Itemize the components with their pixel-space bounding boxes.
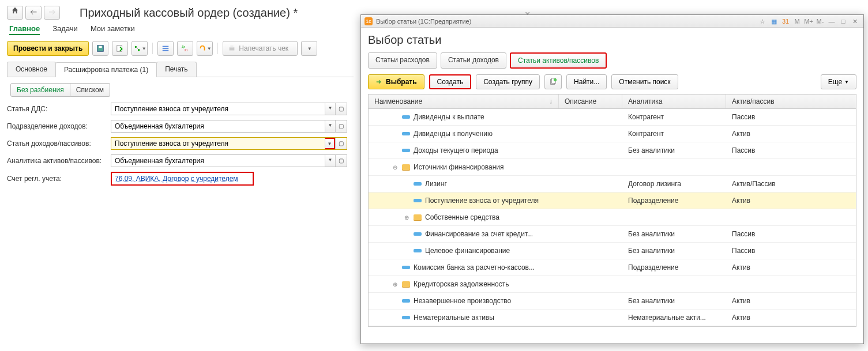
print-check-button[interactable]: Напечатать чек [223, 41, 298, 56]
analytics-drop-button[interactable]: ▼ [325, 155, 335, 167]
tab-detail[interactable]: Расшифровка платежа (1) [55, 62, 157, 77]
income-open-button[interactable]: ▢ [335, 138, 347, 149]
item-icon [414, 182, 422, 186]
item-icon [402, 149, 410, 152]
table-row[interactable]: Доходы текущего периодаБез аналитикиПасс… [369, 142, 856, 159]
post-and-close-button[interactable]: Провести и закрыть [7, 41, 89, 56]
dds-open-button[interactable]: ▢ [335, 103, 347, 115]
view-no-split[interactable]: Без разбиения [10, 83, 70, 97]
based-on-button[interactable]: ▼ [131, 41, 148, 56]
structure-button[interactable] [157, 41, 174, 56]
mode-tab-tasks[interactable]: Задачи [52, 24, 78, 35]
select-button[interactable]: Выбрать [368, 74, 424, 89]
table-row[interactable]: Незавершенное производствоБез аналитикиА… [369, 293, 856, 310]
debit-credit-button[interactable]: ДтКт [177, 41, 193, 56]
mode-tab-notes[interactable]: Мои заметки [91, 24, 135, 35]
row-name: Целевое финансирование [425, 247, 510, 255]
view-list[interactable]: Списком [70, 83, 110, 97]
mode-tab-main[interactable]: Главное [9, 24, 40, 35]
item-icon [414, 249, 422, 252]
save-button[interactable] [92, 41, 108, 56]
tab-expenses[interactable]: Статьи расходов [368, 52, 437, 69]
col-name[interactable]: Наименование↓ [369, 95, 559, 108]
svg-rect-6 [163, 48, 169, 49]
item-icon [402, 299, 410, 303]
post-button[interactable] [112, 41, 128, 56]
label-dept: Подразделение доходов: [7, 122, 111, 130]
printer-icon [228, 44, 236, 52]
articles-table: Наименование↓ Описание Аналитика Актив/п… [368, 94, 856, 327]
table-row[interactable]: Нематериальные активыНематериальные акти… [369, 310, 856, 326]
account-highlight: 76.09, АВИКА, Договор с учредителем [111, 172, 254, 186]
table-row[interactable]: ⊖Источники финансирования [369, 159, 856, 176]
tab-assets[interactable]: Статьи активов/пассивов [510, 52, 607, 69]
more-menu-button[interactable]: ▼ [301, 41, 317, 56]
dds-drop-button[interactable]: ▼ [325, 103, 335, 115]
m-plus-button[interactable]: M+ [803, 17, 814, 26]
analytics-open-button[interactable]: ▢ [335, 155, 347, 167]
copy-button[interactable] [544, 74, 562, 89]
tab-print[interactable]: Печать [156, 62, 196, 77]
m-minus-button[interactable]: M- [815, 17, 825, 26]
col-analytics[interactable]: Аналитика [622, 95, 726, 108]
table-row[interactable]: Финансирование за счет кредит...Без анал… [369, 226, 856, 243]
table-row[interactable]: Дивиденды к получениюКонтрагентАктив [369, 126, 856, 142]
input-dept[interactable]: ▼ ▢ [111, 120, 347, 133]
input-income[interactable]: ▼ ▢ [111, 137, 347, 150]
item-icon [402, 132, 410, 135]
svg-point-14 [554, 78, 557, 81]
select-article-dialog: 1c Выбор статьи (1С:Предприятие) ☆ ▦ 31 … [360, 14, 864, 344]
find-button[interactable]: Найти... [566, 74, 607, 89]
col-desc[interactable]: Описание [559, 95, 622, 108]
input-dds[interactable]: ▼ ▢ [111, 103, 347, 115]
table-row[interactable]: ⊕Кредиторская задолженность [369, 276, 856, 293]
m-button[interactable]: M [792, 17, 802, 26]
maximize-button[interactable]: □ [838, 17, 848, 26]
table-row[interactable]: Дивиденды к выплатеКонтрагентПассив [369, 109, 856, 126]
dept-drop-button[interactable]: ▼ [325, 120, 335, 132]
forward-button[interactable]: 🡢 [44, 6, 60, 20]
dept-open-button[interactable]: ▢ [335, 120, 347, 132]
tab-main[interactable]: Основное [7, 62, 56, 77]
dialog-titlebar[interactable]: 1c Выбор статьи (1С:Предприятие) ☆ ▦ 31 … [361, 15, 863, 28]
calculator-icon[interactable]: ▦ [769, 17, 779, 26]
input-dds-field[interactable] [111, 103, 325, 115]
account-link[interactable]: 76.09, АВИКА, Договор с учредителем [112, 173, 241, 184]
row-analytics: Контрагент [622, 113, 726, 121]
tab-income-articles[interactable]: Статьи доходов [441, 52, 506, 69]
item-icon [414, 199, 422, 202]
label-dds: Статья ДДС: [7, 105, 111, 113]
more-button[interactable]: Еще ▼ [821, 74, 856, 89]
item-icon [402, 316, 410, 319]
row-analytics: Контрагент [622, 130, 726, 138]
expand-icon[interactable]: ⊕ [392, 281, 399, 288]
table-row[interactable]: ⊕Собственные средства [369, 209, 856, 226]
col-type[interactable]: Актив/пассив [726, 95, 856, 108]
input-analytics[interactable]: ▼ ▢ [111, 154, 347, 167]
item-icon [414, 232, 422, 236]
row-type: Актив/Пассив [726, 180, 856, 188]
cancel-search-button[interactable]: Отменить поиск [611, 74, 678, 89]
input-analytics-field[interactable] [111, 155, 325, 167]
favorite-icon[interactable]: ☆ [757, 17, 768, 26]
income-drop-button[interactable]: ▼ [325, 138, 335, 149]
expand-icon[interactable]: ⊖ [392, 164, 399, 171]
row-analytics: Подразделение [622, 197, 726, 205]
table-row[interactable]: Комиссия банка за расчетно-кассов...Подр… [369, 259, 856, 276]
table-row[interactable]: ЛизингДоговор лизингаАктив/Пассив [369, 176, 856, 193]
attachments-button[interactable]: ▼ [197, 41, 213, 56]
home-button[interactable] [7, 6, 23, 20]
create-group-button[interactable]: Создать группу [476, 74, 540, 89]
input-dept-field[interactable] [111, 120, 325, 132]
calendar-icon[interactable]: 31 [780, 17, 791, 26]
input-income-field[interactable] [111, 138, 325, 149]
create-button[interactable]: Создать [429, 74, 472, 89]
close-button[interactable]: ✕ [850, 17, 860, 26]
table-row[interactable]: Целевое финансированиеБез аналитикиПасси… [369, 243, 856, 259]
minimize-button[interactable]: — [826, 17, 837, 26]
table-row[interactable]: Поступление взноса от учредителяПодразде… [369, 193, 856, 209]
expand-icon[interactable]: ⊕ [403, 214, 410, 221]
item-icon [402, 115, 410, 119]
back-button[interactable]: 🡠 [25, 6, 42, 20]
row-name: Незавершенное производство [414, 297, 511, 305]
